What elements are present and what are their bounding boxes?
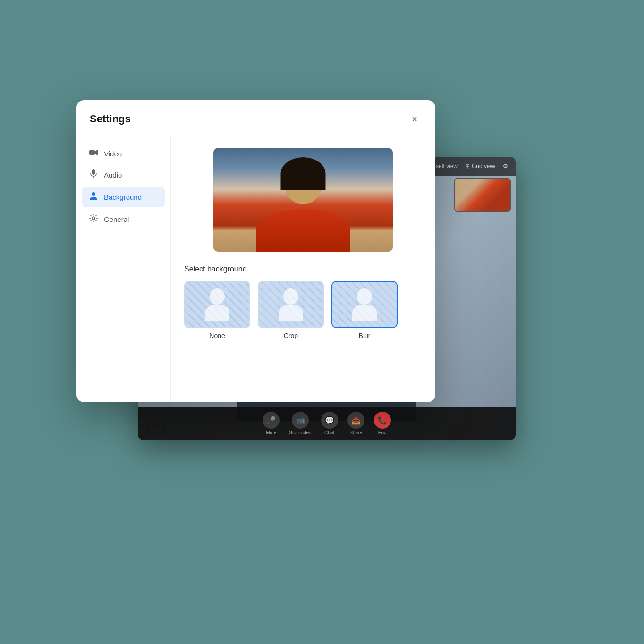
svg-rect-2 xyxy=(92,169,95,175)
chat-icon: 💬 xyxy=(321,412,338,429)
background-crop-label: Crop xyxy=(284,332,298,339)
settings-modal: Settings × Video xyxy=(76,100,435,402)
sidebar-audio-label: Audio xyxy=(104,171,122,179)
stop-video-icon: 📹 xyxy=(292,412,309,429)
grid-icon: ⊞ xyxy=(465,163,470,169)
background-option-blur[interactable]: Blur xyxy=(331,281,398,339)
stop-video-button[interactable]: 📹 Stop video xyxy=(289,412,311,435)
background-option-none[interactable]: None xyxy=(184,281,250,339)
settings-icon-button[interactable]: ⚙ xyxy=(503,163,508,169)
select-background-title: Select background xyxy=(184,265,422,273)
mute-label: Mute xyxy=(266,430,276,435)
microphone-icon xyxy=(89,169,98,180)
background-options-list: None Crop xyxy=(184,281,422,339)
mute-button[interactable]: 🎤 Mute xyxy=(263,412,280,435)
settings-sidebar: Video Audio xyxy=(76,136,171,402)
person-head-icon-blur xyxy=(357,288,372,305)
sidebar-general-label: General xyxy=(104,215,129,223)
background-card-crop[interactable] xyxy=(258,281,324,328)
share-button[interactable]: 📤 Share xyxy=(347,412,364,435)
sidebar-video-label: Video xyxy=(104,150,122,158)
scene: Sally 👁 Hide self view ⊞ Grid view ⚙ xyxy=(62,62,582,582)
svg-point-6 xyxy=(92,217,95,220)
person-head-icon xyxy=(210,288,225,305)
end-label: End xyxy=(378,430,387,435)
modal-body: Video Audio xyxy=(76,136,435,402)
background-card-none[interactable] xyxy=(184,281,250,328)
self-view-video xyxy=(455,179,510,211)
sidebar-background-label: Background xyxy=(104,193,142,201)
camera-preview xyxy=(213,148,393,252)
gear-settings-icon xyxy=(89,214,98,225)
person-placeholder-crop xyxy=(279,288,303,321)
end-call-icon: 📞 xyxy=(374,412,391,429)
background-blur-label: Blur xyxy=(359,332,371,339)
sidebar-item-background[interactable]: Background xyxy=(82,187,165,207)
person-body-icon xyxy=(205,305,229,321)
svg-rect-0 xyxy=(89,150,95,155)
chat-button[interactable]: 💬 Chat xyxy=(321,412,338,435)
sidebar-item-audio[interactable]: Audio xyxy=(82,165,165,185)
share-icon: 📤 xyxy=(347,412,364,429)
sidebar-item-general[interactable]: General xyxy=(82,209,165,229)
video-toolbar: 🎤 Mute 📹 Stop video 💬 Chat 📤 Share 📞 End xyxy=(138,407,516,440)
svg-point-5 xyxy=(92,192,95,196)
svg-marker-1 xyxy=(95,150,98,155)
chat-label: Chat xyxy=(324,430,334,435)
grid-view-button[interactable]: ⊞ Grid view xyxy=(465,163,495,169)
person-head-icon-crop xyxy=(283,288,298,305)
self-view-thumbnail xyxy=(454,178,511,212)
sidebar-item-video[interactable]: Video xyxy=(82,144,165,163)
video-camera-icon xyxy=(89,149,98,158)
modal-title: Settings xyxy=(90,113,131,125)
person-placeholder-blur xyxy=(352,288,377,321)
person-placeholder-none xyxy=(205,288,229,321)
person-body-icon-blur xyxy=(352,305,377,321)
preview-video xyxy=(213,148,393,252)
grid-view-label: Grid view xyxy=(472,163,495,169)
stop-video-label: Stop video xyxy=(289,430,311,435)
mute-icon: 🎤 xyxy=(263,412,280,429)
end-button[interactable]: 📞 End xyxy=(374,412,391,435)
gear-icon: ⚙ xyxy=(503,163,508,169)
modal-header: Settings × xyxy=(76,100,435,136)
person-body-icon-crop xyxy=(279,305,303,321)
share-label: Share xyxy=(349,430,362,435)
background-none-label: None xyxy=(209,332,225,339)
background-card-blur[interactable] xyxy=(331,281,398,328)
close-button[interactable]: × xyxy=(407,111,422,127)
person-icon xyxy=(89,192,98,203)
background-content: Select background None xyxy=(171,136,435,402)
background-option-crop[interactable]: Crop xyxy=(258,281,324,339)
